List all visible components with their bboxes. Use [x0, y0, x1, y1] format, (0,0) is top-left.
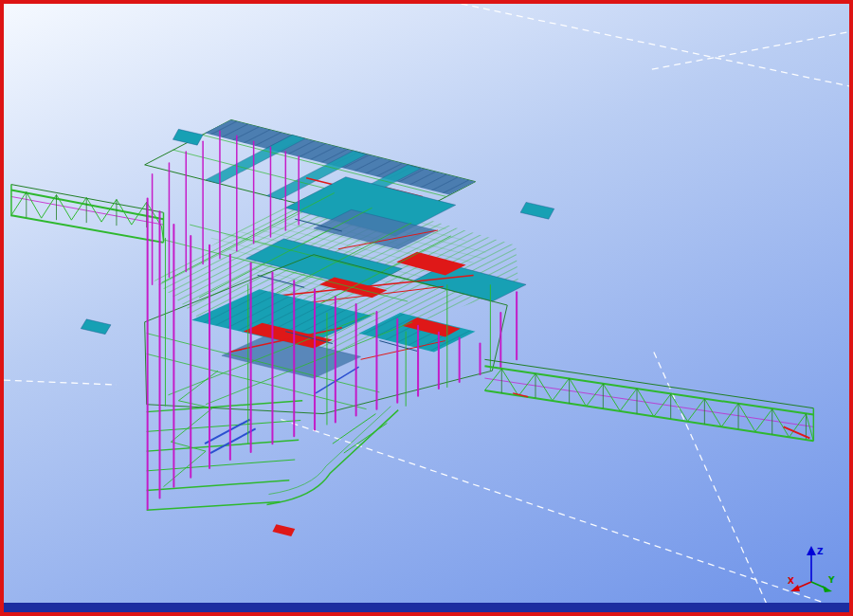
- model-canvas[interactable]: [4, 4, 849, 612]
- axis-z-label: Z: [817, 547, 824, 556]
- axis-y-label: Y: [827, 575, 835, 585]
- right-cantilever-truss: [484, 359, 813, 441]
- axis-x-label: X: [788, 576, 794, 586]
- view-axis-gizmo: Z X Y: [787, 540, 840, 597]
- y-axis-arrow: Y: [811, 575, 835, 592]
- z-axis-arrow: Z: [807, 546, 824, 582]
- left-cantilever-truss: [11, 185, 164, 243]
- x-axis-arrow: X: [788, 576, 811, 591]
- status-bar: [4, 603, 849, 612]
- model-view-window[interactable]: Z X Y: [0, 0, 853, 616]
